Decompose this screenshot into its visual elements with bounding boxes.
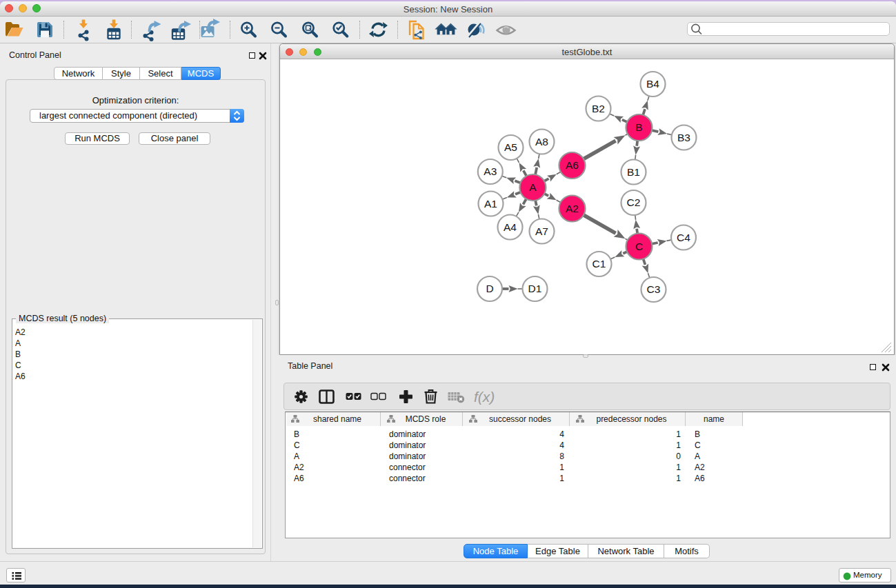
svg-text:A5: A5 bbox=[504, 141, 517, 153]
svg-text:A6: A6 bbox=[566, 159, 579, 171]
svg-text:C4: C4 bbox=[677, 232, 690, 243]
svg-text:B1: B1 bbox=[627, 166, 640, 178]
svg-text:C1: C1 bbox=[593, 258, 606, 270]
svg-text:B4: B4 bbox=[646, 78, 659, 90]
svg-text:B: B bbox=[635, 121, 642, 133]
svg-text:A2: A2 bbox=[566, 203, 579, 214]
svg-text:A: A bbox=[529, 181, 537, 193]
svg-text:A7: A7 bbox=[535, 225, 548, 237]
svg-text:B2: B2 bbox=[592, 103, 605, 114]
svg-text:A4: A4 bbox=[504, 221, 517, 233]
svg-text:A1: A1 bbox=[484, 198, 497, 210]
svg-text:D1: D1 bbox=[528, 283, 542, 294]
svg-text:B3: B3 bbox=[677, 132, 690, 143]
svg-text:C2: C2 bbox=[627, 196, 641, 208]
svg-text:A3: A3 bbox=[484, 165, 497, 177]
svg-text:D: D bbox=[486, 283, 493, 294]
svg-text:f(x): f(x) bbox=[474, 389, 495, 405]
svg-text:C: C bbox=[635, 241, 643, 252]
svg-text:A8: A8 bbox=[535, 136, 548, 148]
svg-text:C3: C3 bbox=[647, 283, 661, 295]
